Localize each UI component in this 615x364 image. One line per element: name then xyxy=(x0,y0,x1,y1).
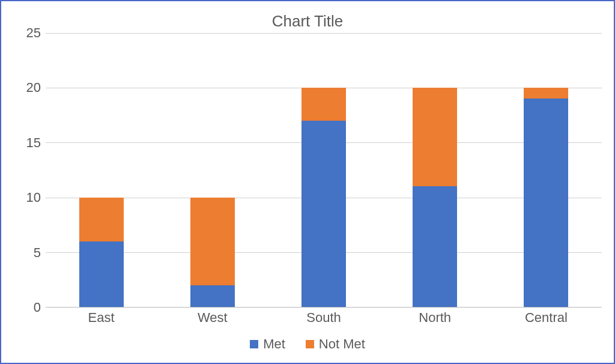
segment-not-met xyxy=(190,198,235,285)
bar-stack xyxy=(413,88,457,307)
bar-stack xyxy=(190,198,235,307)
x-tick-label: West xyxy=(198,310,228,326)
legend-swatch-icon xyxy=(306,340,314,348)
segment-not-met xyxy=(524,88,568,99)
bar-north xyxy=(380,33,491,307)
bar-stack xyxy=(79,198,124,307)
y-tick-label: 10 xyxy=(26,190,41,205)
bar-south xyxy=(268,33,379,307)
segment-not-met xyxy=(79,198,124,241)
bar-stack xyxy=(524,88,568,307)
legend-label: Met xyxy=(263,336,285,352)
segment-met xyxy=(301,121,346,307)
x-tick-label: East xyxy=(88,310,115,326)
x-tick-label: North xyxy=(419,310,451,326)
chart-title: Chart Title xyxy=(13,12,602,31)
y-tick-label: 20 xyxy=(26,80,41,96)
bar-west xyxy=(157,33,268,307)
y-axis: 25 20 15 10 5 0 xyxy=(13,33,46,308)
segment-met xyxy=(190,285,235,307)
segment-not-met xyxy=(301,88,346,121)
bar-east xyxy=(46,33,157,307)
legend-item-met: Met xyxy=(250,336,285,352)
bars-layer xyxy=(46,33,602,307)
legend-item-not-met: Not Met xyxy=(306,336,365,352)
bar-central xyxy=(491,33,602,307)
legend-label: Not Met xyxy=(319,336,365,352)
y-tick-label: 5 xyxy=(34,245,41,261)
chart-frame: Chart Title 25 20 15 10 5 0 xyxy=(0,0,615,364)
segment-met xyxy=(79,241,124,307)
y-tick-label: 25 xyxy=(26,25,41,41)
legend: Met Not Met xyxy=(13,330,602,354)
x-tick-label: Central xyxy=(525,310,568,326)
y-tick-label: 0 xyxy=(34,300,41,315)
bar-stack xyxy=(301,88,346,307)
plot-area xyxy=(46,33,602,308)
legend-swatch-icon xyxy=(250,340,258,348)
segment-met xyxy=(413,186,457,307)
segment-not-met xyxy=(413,88,457,186)
x-tick-label: South xyxy=(306,310,341,326)
y-tick-label: 15 xyxy=(26,135,41,151)
segment-met xyxy=(524,99,568,307)
x-axis: East West South North Central xyxy=(46,308,602,330)
plot-row: 25 20 15 10 5 0 xyxy=(13,33,602,308)
